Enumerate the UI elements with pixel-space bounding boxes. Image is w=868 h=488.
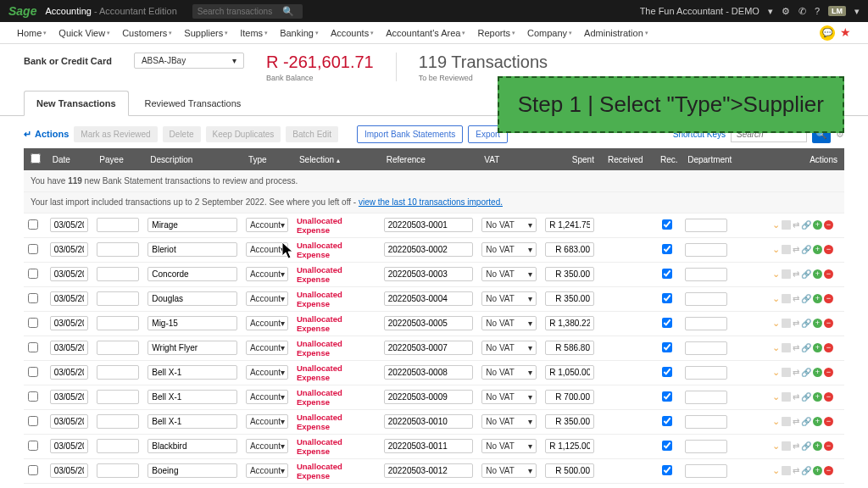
- spent-input[interactable]: [545, 316, 594, 330]
- col-selection[interactable]: Selection ▴: [292, 148, 380, 170]
- reference-input[interactable]: [384, 218, 474, 232]
- help-icon[interactable]: ?: [815, 6, 820, 16]
- chevron-icon[interactable]: ⌄: [772, 367, 780, 378]
- menu-customers[interactable]: Customers▾: [122, 28, 172, 38]
- reference-input[interactable]: [384, 390, 474, 404]
- type-select[interactable]: Account▾: [246, 291, 288, 306]
- remove-icon[interactable]: −: [824, 343, 833, 352]
- gear-icon[interactable]: ⚙: [782, 6, 790, 17]
- company-name[interactable]: The Fun Accountant - DEMO: [640, 6, 760, 16]
- payee-input[interactable]: [97, 414, 139, 429]
- type-select[interactable]: Account▾: [246, 390, 288, 404]
- menu-administration[interactable]: Administration▾: [584, 28, 648, 38]
- import-button[interactable]: Import Bank Statements: [357, 125, 463, 143]
- payee-input[interactable]: [97, 365, 139, 380]
- add-icon[interactable]: +: [813, 343, 822, 352]
- department-input[interactable]: [685, 366, 727, 380]
- batch-edit-button[interactable]: Batch Edit: [286, 126, 338, 142]
- link-icon[interactable]: ⇄: [793, 441, 799, 451]
- selection-value[interactable]: Unallocated Expense: [297, 290, 342, 308]
- attach-icon[interactable]: 🔗: [801, 245, 811, 254]
- col-description[interactable]: Description: [143, 148, 242, 170]
- vat-select[interactable]: No VAT▾: [481, 439, 537, 453]
- list-icon[interactable]: [782, 220, 791, 230]
- row-checkbox[interactable]: [28, 391, 38, 402]
- reference-input[interactable]: [384, 242, 474, 257]
- rec-checkbox[interactable]: [662, 318, 672, 328]
- description-input[interactable]: [147, 291, 237, 306]
- date-input[interactable]: [50, 316, 89, 330]
- col-rec[interactable]: Rec.: [654, 148, 681, 170]
- row-checkbox[interactable]: [28, 441, 38, 451]
- chevron-icon[interactable]: ⌄: [772, 293, 780, 304]
- vat-select[interactable]: No VAT▾: [481, 414, 537, 429]
- global-search[interactable]: 🔍: [192, 4, 303, 19]
- date-input[interactable]: [50, 242, 89, 257]
- vat-select[interactable]: No VAT▾: [481, 463, 537, 478]
- tab-reviewed-transactions[interactable]: Reviewed Transactions: [132, 91, 254, 116]
- caret-down-icon[interactable]: ▾: [854, 6, 860, 17]
- col-vat[interactable]: VAT: [477, 148, 541, 170]
- attach-icon[interactable]: 🔗: [801, 220, 811, 230]
- selection-value[interactable]: Unallocated Expense: [297, 388, 342, 407]
- spent-input[interactable]: [545, 365, 594, 380]
- chat-icon[interactable]: 💬: [820, 25, 835, 41]
- actions-link[interactable]: ↵ Actions: [24, 129, 69, 140]
- description-input[interactable]: [147, 341, 237, 355]
- date-input[interactable]: [50, 390, 89, 404]
- description-input[interactable]: [147, 390, 237, 404]
- reference-input[interactable]: [384, 414, 474, 429]
- attach-icon[interactable]: 🔗: [801, 417, 811, 426]
- spent-input[interactable]: [545, 341, 594, 355]
- link-icon[interactable]: ⇄: [793, 343, 799, 352]
- chevron-icon[interactable]: ⌄: [772, 244, 780, 255]
- rec-checkbox[interactable]: [662, 244, 672, 254]
- row-checkbox[interactable]: [28, 318, 38, 328]
- menu-accounts[interactable]: Accounts▾: [331, 28, 374, 38]
- add-icon[interactable]: +: [813, 392, 822, 402]
- add-icon[interactable]: +: [813, 319, 822, 328]
- star-icon[interactable]: ★: [840, 25, 851, 41]
- description-input[interactable]: [147, 463, 237, 478]
- payee-input[interactable]: [97, 218, 139, 232]
- reference-input[interactable]: [384, 365, 474, 380]
- view-last-link[interactable]: view the last 10 transactions imported.: [359, 197, 503, 207]
- menu-accountant-s-area[interactable]: Accountant's Area▾: [386, 28, 465, 38]
- type-select[interactable]: Account▾: [246, 439, 288, 453]
- menu-suppliers[interactable]: Suppliers▾: [184, 28, 228, 38]
- spent-input[interactable]: [545, 242, 594, 257]
- department-input[interactable]: [685, 415, 727, 429]
- reference-input[interactable]: [384, 316, 474, 330]
- attach-icon[interactable]: 🔗: [801, 466, 811, 475]
- selection-value[interactable]: Unallocated Expense: [297, 241, 342, 259]
- selection-value[interactable]: Unallocated Expense: [297, 265, 342, 284]
- add-icon[interactable]: +: [813, 245, 822, 254]
- list-icon[interactable]: [782, 441, 791, 451]
- vat-select[interactable]: No VAT▾: [481, 267, 537, 281]
- rec-checkbox[interactable]: [662, 269, 672, 279]
- link-icon[interactable]: ⇄: [793, 294, 799, 303]
- chevron-icon[interactable]: ⌄: [772, 416, 780, 427]
- col-reference[interactable]: Reference: [380, 148, 478, 170]
- menu-home[interactable]: Home▾: [17, 28, 47, 38]
- payee-input[interactable]: [97, 390, 139, 404]
- payee-input[interactable]: [97, 439, 139, 453]
- date-input[interactable]: [50, 341, 89, 355]
- type-select[interactable]: Account▾: [246, 341, 288, 355]
- department-input[interactable]: [685, 341, 727, 355]
- type-select[interactable]: Account▾: [246, 463, 288, 478]
- add-icon[interactable]: +: [813, 220, 822, 230]
- list-icon[interactable]: [782, 392, 791, 402]
- keep-duplicates-button[interactable]: Keep Duplicates: [206, 126, 281, 142]
- remove-icon[interactable]: −: [824, 269, 833, 279]
- rec-checkbox[interactable]: [662, 416, 672, 426]
- remove-icon[interactable]: −: [824, 417, 833, 426]
- row-checkbox[interactable]: [28, 293, 38, 303]
- attach-icon[interactable]: 🔗: [801, 368, 811, 377]
- attach-icon[interactable]: 🔗: [801, 441, 811, 451]
- col-type[interactable]: Type: [242, 148, 292, 170]
- date-input[interactable]: [50, 218, 89, 232]
- row-checkbox[interactable]: [28, 269, 38, 279]
- remove-icon[interactable]: −: [824, 294, 833, 303]
- selection-value[interactable]: Unallocated Expense: [297, 339, 342, 358]
